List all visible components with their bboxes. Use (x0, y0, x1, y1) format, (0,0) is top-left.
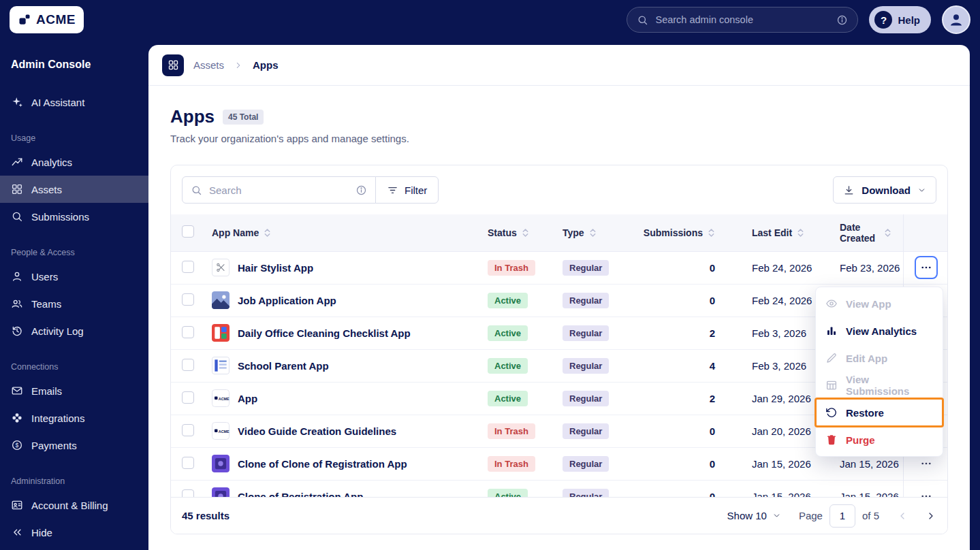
type-badge: Regular (563, 325, 609, 341)
sort-icon[interactable] (797, 228, 804, 238)
app-thumb-photo-icon (212, 291, 230, 309)
table-search[interactable] (182, 176, 376, 204)
user-avatar[interactable] (942, 5, 970, 34)
row-checkbox[interactable] (182, 359, 194, 371)
page-number-input[interactable] (829, 504, 855, 528)
sidebar-item-integrations[interactable]: Integrations (0, 404, 148, 432)
row-checkbox[interactable] (182, 489, 194, 497)
sidebar-sections: UsageAnalyticsAssetsSubmissionsPeople & … (0, 116, 148, 519)
sidebar-item-label: Teams (31, 298, 61, 310)
app-name[interactable]: Clone of Clone of Registration App (238, 458, 407, 470)
show-per-page-select[interactable]: Show 10 (727, 510, 781, 521)
acme-logo[interactable]: ACME (10, 6, 84, 33)
row-actions-button[interactable] (915, 256, 938, 279)
help-button[interactable]: ? Help (869, 6, 931, 33)
download-label: Download (862, 184, 911, 196)
submissions-count: 4 (651, 349, 726, 382)
breadcrumb-current: Apps (253, 59, 279, 71)
download-button[interactable]: Download (833, 176, 936, 204)
previous-page-button[interactable] (897, 511, 908, 521)
app-name[interactable]: School Parent App (238, 360, 329, 372)
row-context-menu: View AppView AnalyticsEdit AppView Submi… (815, 287, 943, 457)
chevron-left-icon (897, 511, 908, 521)
menu-item-view-app: View App (816, 290, 943, 317)
app-name[interactable]: Clone of Registration App (238, 491, 363, 497)
sidebar-item-label: AI Assistant (31, 97, 84, 108)
row-checkbox[interactable] (182, 391, 194, 404)
sidebar-section-label: Connections (0, 344, 148, 377)
collapse-icon (11, 526, 23, 538)
sidebar-hide-button[interactable]: Hide (0, 519, 148, 546)
app-name[interactable]: Video Guide Creation Guidelines (238, 425, 396, 437)
column-header-submissions: Submissions (644, 227, 703, 238)
page-header: Apps 45 Total Track your organization's … (148, 86, 970, 144)
row-checkbox[interactable] (182, 424, 194, 436)
date-created: Feb 23, 2026 (815, 251, 903, 284)
table-footer: 45 results Show 10 Page of 5 (171, 497, 947, 534)
info-icon (836, 14, 848, 26)
sidebar-item-label: Users (31, 271, 58, 282)
sidebar-item-emails[interactable]: Emails (0, 377, 148, 404)
sidebar-item-teams[interactable]: Teams (0, 290, 148, 317)
admin-search[interactable] (627, 7, 858, 33)
analytics-icon (11, 156, 23, 168)
sidebar-item-assets[interactable]: Assets (0, 176, 148, 203)
breadcrumb: Assets Apps (148, 45, 970, 86)
type-badge: Regular (563, 391, 609, 406)
sidebar-item-payments[interactable]: $Payments (0, 432, 148, 459)
column-header-type: Type (563, 227, 584, 238)
menu-item-view-analytics[interactable]: View Analytics (816, 317, 943, 344)
main-panel: Assets Apps Apps 45 Total Track your org… (148, 45, 970, 550)
sidebar-item-label: Payments (31, 440, 77, 451)
total-count-badge: 45 Total (223, 110, 264, 125)
hide-label: Hide (31, 527, 52, 538)
admin-search-input[interactable] (655, 14, 829, 25)
app-name[interactable]: Daily Office Cleaning Checklist App (238, 327, 411, 339)
search-icon (637, 14, 648, 26)
last-edit-date: Feb 3, 2026 (726, 349, 815, 382)
menu-item-label: Purge (846, 434, 875, 446)
submissions-count: 2 (651, 317, 726, 349)
next-page-button[interactable] (926, 511, 936, 521)
menu-item-purge[interactable]: Purge (816, 426, 943, 453)
sort-icon[interactable] (589, 228, 597, 238)
sidebar-item-users[interactable]: Users (0, 263, 148, 290)
sort-icon[interactable] (264, 228, 271, 238)
sort-icon[interactable] (708, 228, 715, 238)
sidebar-item-account-billing[interactable]: Account & Billing (0, 491, 148, 519)
integrations-icon (11, 412, 23, 424)
sidebar-section-label: People & Access (0, 230, 148, 263)
row-actions-button[interactable] (915, 485, 938, 497)
assets-breadcrumb-icon (162, 54, 184, 76)
row-checkbox[interactable] (182, 326, 194, 338)
breadcrumb-assets-link[interactable]: Assets (193, 59, 224, 71)
menu-item-view-submissions: View Submissions (816, 372, 943, 399)
info-icon (355, 184, 367, 196)
column-header-last-edit: Last Edit (752, 227, 792, 238)
row-checkbox[interactable] (182, 293, 194, 306)
sidebar-item-ai-assistant[interactable]: AI Assistant (0, 88, 148, 116)
app-name[interactable]: App (238, 393, 257, 404)
sidebar-item-activity-log[interactable]: Activity Log (0, 317, 148, 344)
menu-item-label: Restore (846, 407, 884, 419)
mail-icon (11, 385, 23, 397)
app-name[interactable]: Job Application App (238, 295, 336, 306)
app-name[interactable]: Hair Stylist App (238, 262, 313, 274)
sort-icon[interactable] (522, 228, 529, 238)
last-edit-date: Jan 29, 2026 (726, 382, 815, 415)
status-badge: Active (488, 489, 528, 497)
menu-item-restore[interactable]: Restore (816, 399, 943, 426)
topbar: ACME ? Help (0, 0, 980, 39)
filter-button[interactable]: Filter (375, 176, 439, 204)
sort-icon[interactable] (884, 228, 891, 238)
row-checkbox[interactable] (182, 457, 194, 469)
row-checkbox[interactable] (182, 261, 194, 273)
table-search-input[interactable] (209, 184, 349, 196)
page-of-label: of 5 (862, 510, 879, 521)
sidebar-item-analytics[interactable]: Analytics (0, 148, 148, 176)
type-badge: Regular (563, 489, 609, 497)
menu-item-label: View Submissions (846, 374, 933, 397)
sidebar-item-submissions[interactable]: Submissions (0, 203, 148, 230)
type-badge: Regular (563, 456, 609, 472)
select-all-checkbox[interactable] (182, 225, 194, 238)
